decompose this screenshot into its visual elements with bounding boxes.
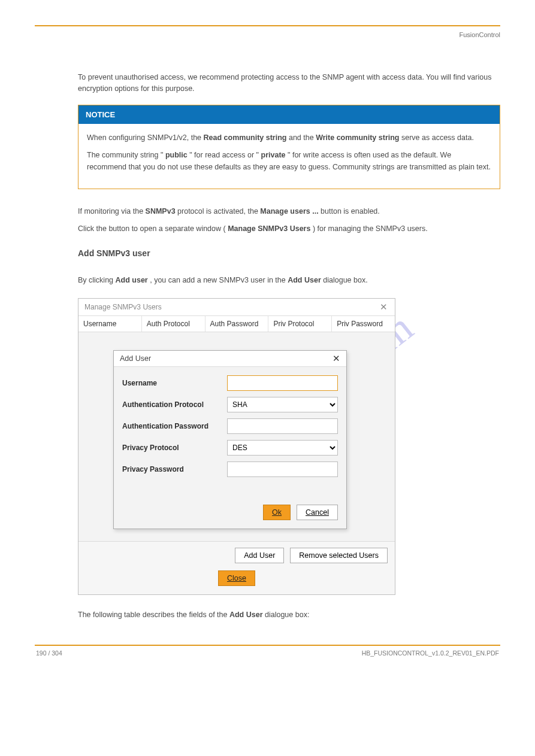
section-paragraphs: If monitoring via the SNMPv3 protocol is… [78,206,500,235]
notice-p1-a: When configuring SNMPv1/v2, the [87,133,204,142]
notice-box: NOTICE When configuring SNMPv1/v2, the R… [78,105,500,189]
col-auth-password[interactable]: Auth Password [205,316,269,332]
sec1-p1-a: If monitoring via the [78,207,146,215]
close-icon[interactable]: ✕ [378,302,389,312]
close-button[interactable]: Close [218,570,255,586]
notice-p2-b: " for read access or " [189,151,259,159]
addline-c: dialogue box. [323,276,367,284]
bottom-rule [35,645,500,646]
notice-p1-b: and the [289,133,316,142]
subheading-add-user: Add SNMPv3 user [78,248,500,258]
addline-b: , you can add a new SNMPv3 user in the [150,276,288,284]
document-filename: HB_FUSIONCONTROL_v1.0.2_REV01_EN.PDF [362,649,499,657]
addline-s1: Add user [116,276,148,284]
label-username: Username [122,379,227,387]
manage-window-bottom: Add User Remove selected Users Close [78,541,395,594]
page-number: 190 / 304 [36,649,62,657]
intro-paragraph: To prevent unauthorised access, we recom… [78,72,500,95]
sec1-p2-b: ) for managing the SNMPv3 users. [313,224,428,233]
auth-protocol-select[interactable]: SHA [227,397,338,412]
sec1-p1-b: protocol is activated, the [177,207,260,215]
addline-s2: Add User [288,276,321,284]
remove-selected-users-button[interactable]: Remove selected Users [290,548,388,563]
ok-button[interactable]: Ok [263,505,291,520]
cancel-button[interactable]: Cancel [297,505,338,520]
manage-window-columns: Username Auth Protocol Auth Password Pri… [78,316,395,332]
close-icon[interactable]: ✕ [331,353,341,364]
sec1-p1-c: button is enabled. [321,207,380,215]
add-user-button[interactable]: Add User [235,548,284,563]
add-user-dialog: Add User ✕ Username Authentication Proto… [113,350,347,529]
sec1-p2-a: Click the button to open a separate wind… [78,224,226,233]
addline-a: By clicking [78,276,116,284]
col-username[interactable]: Username [78,316,142,332]
notice-p2-strong2: private [261,151,286,159]
notice-p1-c: serve as access data. [401,133,474,142]
label-auth-protocol: Authentication Protocol [122,400,227,409]
top-rule [35,25,500,26]
priv-password-field[interactable] [227,462,338,477]
sec1-p1-s1: SNMPv3 [146,207,176,215]
notice-title: NOTICE [78,105,500,124]
notice-p2-strong1: public [165,151,188,159]
notice-body: When configuring SNMPv1/v2, the Read com… [78,124,500,189]
col-priv-protocol[interactable]: Priv Protocol [268,316,332,332]
notice-p1-strong2: Write community string [316,133,399,142]
label-auth-password: Authentication Password [122,422,227,430]
col-priv-password[interactable]: Priv Password [332,316,395,332]
notice-p1-strong1: Read community string [204,133,287,142]
header-product-name: FusionControl [35,31,500,38]
manage-window-title: Manage SNMPv3 Users [84,303,162,311]
caption-b: dialogue box: [265,611,309,619]
caption-s: Add User [229,611,263,619]
col-auth-protocol[interactable]: Auth Protocol [142,316,205,332]
username-field[interactable] [227,375,338,391]
label-priv-password: Privacy Password [122,465,227,473]
priv-protocol-select[interactable]: DES [227,440,338,456]
sec1-p2-s1: Manage SNMPv3 Users [228,224,310,233]
add-user-titlebar: Add User ✕ [114,351,346,367]
manage-users-window: Manage SNMPv3 Users ✕ Username Auth Prot… [78,298,395,595]
label-priv-protocol: Privacy Protocol [122,444,227,452]
add-user-title: Add User [120,354,151,363]
sec1-p1-s2: Manage users ... [260,207,318,215]
notice-p2-a: The community string " [87,151,163,159]
manage-window-titlebar: Manage SNMPv3 Users ✕ [78,299,395,316]
caption-a: The following table describes the fields… [78,611,229,619]
auth-password-field[interactable] [227,418,338,434]
page-footer: 190 / 304 HB_FUSIONCONTROL_v1.0.2_REV01_… [35,649,500,657]
